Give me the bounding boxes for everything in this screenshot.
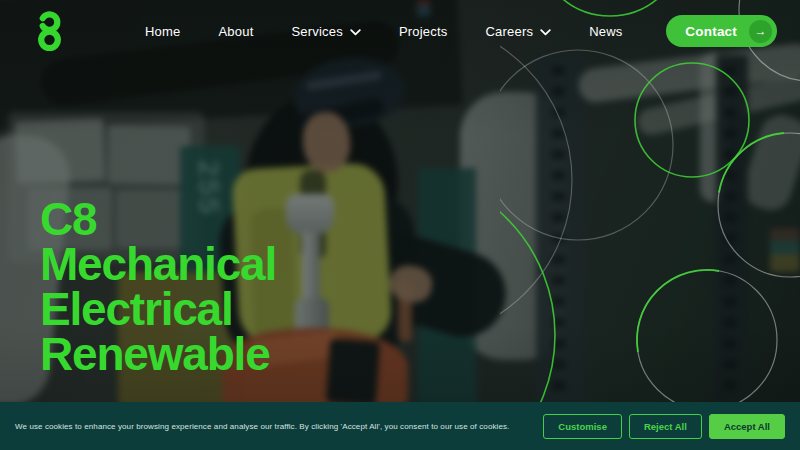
nav-label: About [218, 24, 253, 39]
site-header: Home About Services Projects Careers [0, 0, 800, 62]
hero-heading: C8 Mechanical Electrical Renewable [40, 197, 276, 377]
c8-logo[interactable] [36, 11, 63, 51]
cookie-message: We use cookies to enhance your browsing … [15, 419, 520, 434]
hero-heading-line: Electrical [40, 287, 276, 332]
nav-label: Services [291, 24, 342, 39]
nav-item-about[interactable]: About [218, 24, 253, 39]
page: 255 [0, 0, 800, 450]
nav-item-news[interactable]: News [589, 24, 622, 39]
arrow-right-icon: → [749, 20, 772, 43]
accept-all-button[interactable]: Accept All [709, 414, 785, 439]
nav-label: Careers [485, 24, 533, 39]
customise-button[interactable]: Customise [543, 414, 622, 439]
hero-heading-line: Renewable [40, 332, 276, 377]
reject-all-button[interactable]: Reject All [629, 414, 702, 439]
cookie-banner: We use cookies to enhance your browsing … [0, 402, 800, 450]
nav-label: Home [145, 24, 180, 39]
hero-heading-line: C8 [40, 197, 276, 242]
chevron-down-icon [350, 29, 361, 36]
nav-item-home[interactable]: Home [145, 24, 180, 39]
nav-item-services[interactable]: Services [291, 24, 360, 39]
nav-item-projects[interactable]: Projects [399, 24, 448, 39]
hero-heading-line: Mechanical [40, 242, 276, 287]
nav-label: Projects [399, 24, 448, 39]
contact-button[interactable]: Contact → [666, 15, 777, 47]
cookie-buttons: Customise Reject All Accept All [543, 414, 785, 439]
nav-label: News [589, 24, 622, 39]
contact-button-label: Contact [685, 24, 737, 39]
nav-item-careers[interactable]: Careers [485, 24, 551, 39]
chevron-down-icon [540, 29, 551, 36]
main-nav: Home About Services Projects Careers [145, 24, 622, 39]
